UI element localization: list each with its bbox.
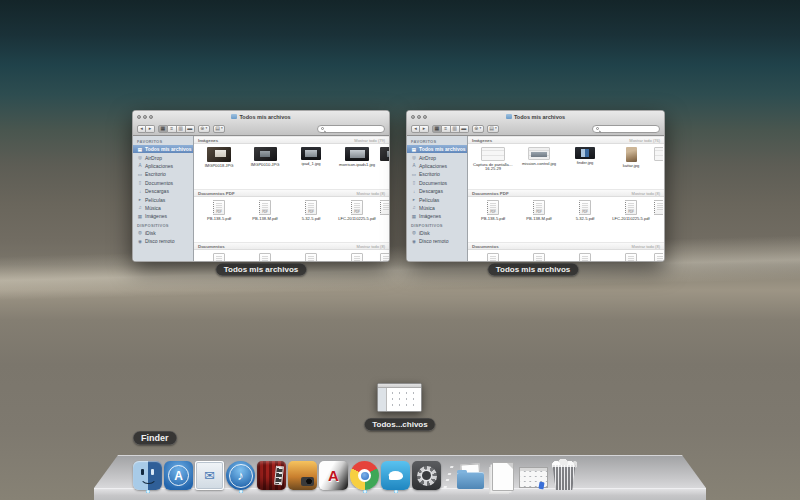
dock-stack-screenshots[interactable]	[518, 461, 547, 490]
dock-icon-app-store[interactable]: A	[164, 461, 193, 490]
sidebar-item-documentos[interactable]: ▯Documentos	[133, 179, 193, 187]
view-coverflow-button[interactable]: ▬	[186, 125, 195, 133]
file-pdf[interactable]: PDF5-32-5.pdf	[562, 200, 608, 221]
sidebar-item-disco-remoto[interactable]: ◉Disco remoto	[407, 237, 467, 245]
show-all-link[interactable]: Mostrar todo (76)	[629, 138, 660, 143]
view-columns-button[interactable]: ▥	[177, 125, 186, 133]
sidebar-item-escritorio[interactable]: ▭Escritorio	[407, 170, 467, 178]
sidebar-item-peliculas[interactable]: ▸Películas	[133, 195, 193, 203]
back-button[interactable]: ◂	[137, 125, 146, 133]
file-finder-jpg[interactable]: finder.jpg	[562, 147, 608, 165]
view-list-button[interactable]: ≡	[168, 125, 177, 133]
file-pdf[interactable]: PDFLFC-20110225-5.pdf	[608, 200, 654, 221]
file-kattar[interactable]: kattar.jpg	[608, 147, 654, 168]
sidebar-item-descargas[interactable]: ↓Descargas	[407, 187, 467, 195]
view-columns-button[interactable]: ▥	[451, 125, 460, 133]
dock-icon-mail[interactable]: ✉	[195, 461, 224, 490]
sidebar-item-musica[interactable]: ♫Música	[407, 204, 467, 212]
sidebar-item-airdrop[interactable]: ◎AirDrop	[133, 153, 193, 161]
arrange-menu-button[interactable]: ▤▾	[213, 125, 226, 133]
file-captura[interactable]: Captura de pantalla…16.25.29	[470, 147, 516, 172]
file-doc[interactable]: DOC	[562, 253, 608, 261]
file-pdf[interactable]: PDFPB-138-5.pdf	[196, 200, 242, 221]
minimized-window-thumbnail[interactable]	[377, 383, 422, 412]
dock-icon-photo-booth[interactable]	[257, 461, 286, 490]
file-pdf[interactable]: PDFPB-138-5.pdf	[470, 200, 516, 221]
file-doc[interactable]: DOC	[288, 253, 334, 261]
file-partial[interactable]	[654, 253, 663, 261]
sidebar-item-todos-mis-archivos[interactable]: ▤Todos mis archivos	[407, 145, 467, 153]
arrange-menu-button[interactable]: ▤▾	[487, 125, 500, 133]
sidebar-item-escritorio[interactable]: ▭Escritorio	[133, 170, 193, 178]
sidebar-item-idisk[interactable]: ◍iDisk	[407, 229, 467, 237]
view-icons-button[interactable]: ▦	[432, 125, 442, 133]
dock-stack-documents-folder[interactable]	[456, 461, 485, 490]
dock-icon-system-preferences[interactable]	[412, 461, 441, 490]
file-partial[interactable]	[380, 253, 389, 261]
file-doc[interactable]: DOC	[470, 253, 516, 261]
search-input[interactable]	[317, 125, 385, 133]
dock-icon-chrome[interactable]	[350, 461, 379, 490]
minimized-window-label[interactable]: Todos...chivos	[364, 418, 435, 431]
show-all-link[interactable]: Mostrar todo (8)	[632, 191, 660, 196]
file-doc[interactable]: DOC	[334, 253, 380, 261]
file-pdf[interactable]: PDF5-32-5.pdf	[288, 200, 334, 221]
dock-icon-autocad[interactable]: A	[319, 461, 348, 490]
dock-icon-itunes[interactable]: ♪	[226, 461, 255, 490]
sidebar-item-imagenes[interactable]: ▦Imágenes	[133, 212, 193, 220]
file-partial[interactable]	[380, 147, 389, 161]
show-all-link[interactable]: Mostrar todo (8)	[632, 244, 660, 249]
sidebar-item-peliculas[interactable]: ▸Películas	[407, 195, 467, 203]
sidebar-item-imagenes[interactable]: ▦Imágenes	[407, 212, 467, 220]
action-menu-button[interactable]: ⊛▾	[472, 125, 484, 133]
dock-icon-iphoto[interactable]	[288, 461, 317, 490]
file-ipad1[interactable]: ipad_1.jpg	[288, 147, 334, 166]
sidebar-item-idisk[interactable]: ◍iDisk	[133, 229, 193, 237]
pdf-icon: PDF	[305, 200, 317, 215]
sidebar-item-aplicaciones[interactable]: AAplicaciones	[133, 162, 193, 170]
sidebar-item-musica[interactable]: ♫Música	[133, 204, 193, 212]
search-input[interactable]	[592, 125, 660, 133]
sidebar-item-documentos[interactable]: ▯Documentos	[407, 179, 467, 187]
file-imgp0010[interactable]: IMGP0010.JPG	[242, 147, 288, 167]
sidebar-item-airdrop[interactable]: ◎AirDrop	[407, 153, 467, 161]
file-partial[interactable]	[654, 147, 663, 161]
show-all-link[interactable]: Mostrar todo (8)	[357, 244, 385, 249]
file-mission-control[interactable]: mission-control.jpg	[516, 147, 562, 166]
forward-button[interactable]: ▸	[420, 125, 429, 133]
show-all-link[interactable]: Mostrar todo (8)	[357, 191, 385, 196]
file-imgp0018[interactable]: IMGP0018.JPG	[196, 147, 242, 168]
sidebar-item-todos-mis-archivos[interactable]: ▤Todos mis archivos	[133, 145, 193, 153]
dock-icon-finder[interactable]	[133, 461, 162, 490]
downloads-icon: ↓	[137, 189, 143, 194]
view-icons-button[interactable]: ▦	[158, 125, 168, 133]
finder-window-right[interactable]: Todos mis archivos ◂ ▸ ▦ ≡ ▥ ▬ ⊛▾ ▤▾ FAV…	[406, 110, 665, 262]
sidebar-item-disco-remoto[interactable]: ◉Disco remoto	[133, 237, 193, 245]
file-pdf[interactable]: PDFLFC-20110225-5.pdf	[334, 200, 380, 221]
dock-icon-twitter[interactable]	[381, 461, 410, 490]
file-morrison-ipads[interactable]: morrison-ipads1.jpg	[334, 147, 380, 167]
file-doc[interactable]: DOC	[516, 253, 562, 261]
dock-icon-trash[interactable]	[549, 459, 579, 490]
file-partial[interactable]	[654, 200, 663, 215]
expose-window-label-right[interactable]: Todos mis archivos	[488, 263, 579, 276]
forward-button[interactable]: ▸	[146, 125, 155, 133]
file-row-documents: DOC DOC DOC DOC	[194, 250, 389, 261]
file-pdf[interactable]: PDFPB-138-M.pdf	[242, 200, 288, 221]
autocad-a-icon: A	[319, 461, 348, 490]
sidebar-item-aplicaciones[interactable]: AAplicaciones	[407, 162, 467, 170]
back-button[interactable]: ◂	[411, 125, 420, 133]
file-pdf[interactable]: PDFPB-138-M.pdf	[516, 200, 562, 221]
action-menu-button[interactable]: ⊛▾	[198, 125, 210, 133]
file-doc[interactable]: DOC	[608, 253, 654, 261]
show-all-link[interactable]: Mostrar todo (79)	[354, 138, 385, 143]
file-doc[interactable]: DOC	[242, 253, 288, 261]
view-list-button[interactable]: ≡	[442, 125, 451, 133]
expose-window-label-left[interactable]: Todos mis archivos	[216, 263, 307, 276]
dock-stack-documents[interactable]	[487, 461, 516, 490]
file-partial[interactable]	[380, 200, 389, 215]
view-coverflow-button[interactable]: ▬	[460, 125, 469, 133]
file-doc[interactable]: DOC	[196, 253, 242, 261]
sidebar-item-descargas[interactable]: ↓Descargas	[133, 187, 193, 195]
finder-window-left[interactable]: Todos mis archivos ◂ ▸ ▦ ≡ ▥ ▬ ⊛▾ ▤▾ FAV…	[132, 110, 390, 262]
